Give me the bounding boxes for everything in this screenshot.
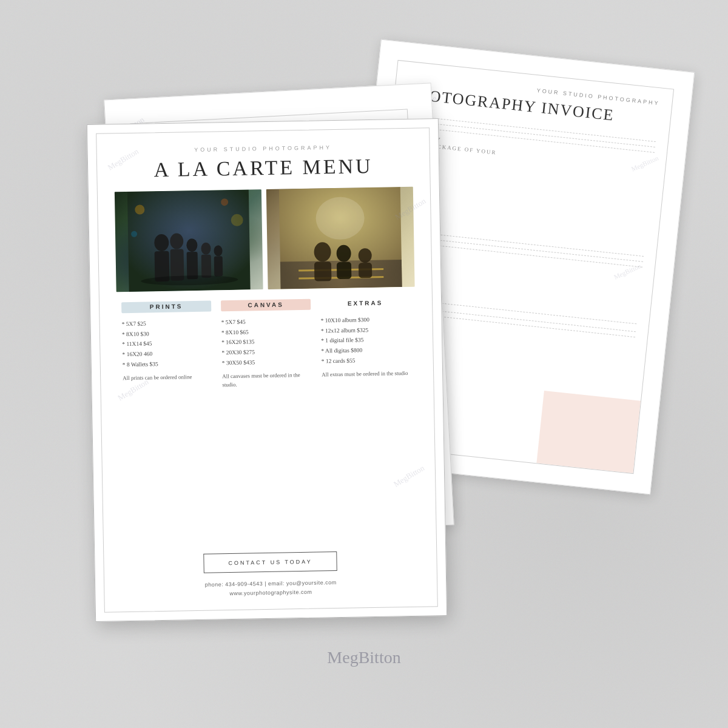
prints-note: All prints can be ordered online xyxy=(123,373,212,383)
signature: MegBitton xyxy=(327,648,400,667)
prints-item: 8 Wallets $35 xyxy=(123,358,212,369)
pricing-columns: PRINTS 5X7 $25 8X10 $30 11X14 $45 16X20 … xyxy=(116,297,419,544)
svg-rect-14 xyxy=(214,256,223,276)
contact-us-button[interactable]: CONTACT US TODAY xyxy=(203,551,337,573)
main-studio-name: YOUR STUDIO PHOTOGRAPHY xyxy=(114,143,413,155)
canvas-column: CANVAS 5X7 $45 8X10 $65 16X20 $135 20X30… xyxy=(216,298,320,542)
svg-rect-12 xyxy=(201,255,212,278)
photo-family-street xyxy=(115,189,263,292)
canvas-note: All canvases must be ordered in the stud… xyxy=(222,371,312,389)
contact-btn-wrapper[interactable]: CONTACT US TODAY xyxy=(121,550,419,575)
canvas-header: CANVAS xyxy=(221,298,311,312)
extras-note: All extras must be ordered in the studio xyxy=(322,369,411,379)
main-card: MegBitton MegBitton MegBitton MegBitton … xyxy=(87,118,447,622)
photo-siblings-road xyxy=(266,187,415,289)
canvas-items: 5X7 $45 8X10 $65 16X20 $135 20X30 $275 3… xyxy=(221,316,311,368)
svg-rect-26 xyxy=(359,263,372,278)
scene: MegBitton MegBitton MegBitton MegBitton … xyxy=(67,42,661,686)
extras-item: 12 cards $55 xyxy=(322,354,411,366)
svg-rect-24 xyxy=(337,262,351,279)
svg-rect-10 xyxy=(187,252,198,279)
extras-header: EXTRAS xyxy=(320,297,410,310)
photos-row xyxy=(115,187,415,292)
main-footer: phone: 434-909-4543 | email: you@yoursit… xyxy=(121,577,420,599)
extras-items: 10X10 album $300 12x12 album $325 1 digi… xyxy=(320,314,411,366)
prints-column: PRINTS 5X7 $25 8X10 $30 11X14 $45 16X20 … xyxy=(116,300,220,543)
prints-header: PRINTS xyxy=(121,300,211,314)
prints-items: 5X7 $25 8X10 $30 11X14 $45 16X20 460 8 W… xyxy=(122,318,212,370)
canvas-item: 30X50 $435 xyxy=(222,356,312,368)
extras-column: EXTRAS 10X10 album $300 12x12 album $325… xyxy=(315,297,419,540)
invoice-pink-block xyxy=(536,391,641,473)
svg-rect-22 xyxy=(314,261,332,281)
main-title: A LA CARTE MENU xyxy=(114,154,413,183)
